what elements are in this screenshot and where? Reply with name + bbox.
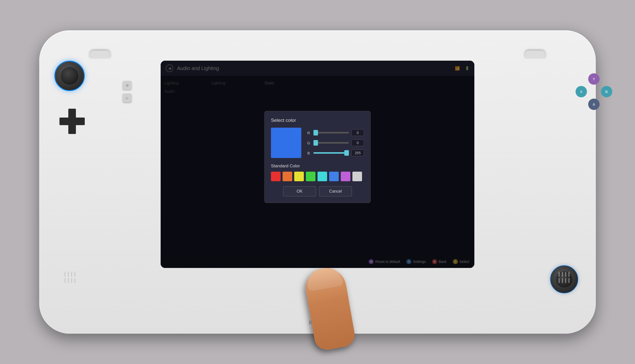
- color-swatches: [271, 172, 364, 181]
- b-value[interactable]: 255: [351, 150, 364, 156]
- dpad[interactable]: [59, 109, 85, 134]
- swatch-white[interactable]: [352, 172, 362, 181]
- dialog-title: Select color: [271, 118, 364, 123]
- speaker-left: [65, 272, 76, 283]
- sliders-area: R 0 G: [306, 128, 364, 158]
- small-btn-1[interactable]: ⊟: [123, 81, 132, 90]
- left-joystick-inner: [61, 67, 78, 85]
- swatch-red[interactable]: [271, 172, 281, 181]
- dialog-body: R 0 G: [271, 128, 364, 158]
- g-slider-thumb[interactable]: [313, 140, 318, 146]
- swatch-cyan[interactable]: [318, 172, 327, 181]
- swatch-green[interactable]: [306, 172, 315, 181]
- b-slider-track[interactable]: [313, 152, 349, 154]
- cancel-button[interactable]: Cancel: [319, 186, 352, 196]
- g-slider-track[interactable]: [313, 142, 349, 144]
- x-button[interactable]: X: [576, 86, 587, 97]
- g-value[interactable]: 0: [351, 140, 364, 146]
- r-value[interactable]: 0: [351, 129, 364, 136]
- color-preview: [271, 128, 301, 158]
- left-joystick[interactable]: [54, 61, 85, 91]
- swatch-yellow[interactable]: [294, 172, 304, 181]
- rog-logo: ROG: [309, 320, 326, 326]
- b-button[interactable]: B: [601, 86, 612, 97]
- right-bumper: [525, 51, 545, 58]
- r-slider-thumb[interactable]: [313, 130, 318, 135]
- swatch-blue[interactable]: [329, 172, 339, 181]
- a-button[interactable]: A: [588, 99, 600, 110]
- swatch-orange[interactable]: [283, 172, 292, 181]
- device-body: ⊟ ▷ Y B X A: [39, 30, 596, 334]
- r-slider-row: R 0: [306, 129, 364, 136]
- color-dialog: Select color R 0: [264, 111, 371, 203]
- finger-overlay: [303, 265, 356, 352]
- small-btn-2[interactable]: ▷: [123, 94, 132, 102]
- r-label: R: [306, 130, 311, 135]
- b-label: B: [306, 151, 311, 155]
- left-bumper: [90, 51, 110, 58]
- standard-color-title: Standard Color: [271, 164, 364, 169]
- dialog-overlay: Select color R 0: [161, 61, 474, 268]
- b-slider-thumb[interactable]: [344, 150, 349, 156]
- screen-container: ◀ Audio and Lighting 📶 🔋 Lighting Audio …: [161, 61, 474, 268]
- ok-button[interactable]: OK: [283, 186, 316, 196]
- dpad-center: [67, 117, 77, 126]
- dialog-buttons: OK Cancel: [271, 186, 364, 196]
- small-btn-group-left: ⊟ ▷: [123, 81, 132, 102]
- r-slider-track[interactable]: [313, 132, 349, 133]
- screen-content: ◀ Audio and Lighting 📶 🔋 Lighting Audio …: [161, 61, 474, 268]
- standard-color-section: Standard Color: [271, 164, 364, 181]
- speaker-right: [559, 272, 570, 283]
- g-label: G: [306, 141, 311, 145]
- y-button[interactable]: Y: [588, 73, 600, 85]
- swatch-purple[interactable]: [341, 172, 350, 181]
- g-slider-row: G 0: [306, 140, 364, 146]
- b-slider-row: B 255: [306, 150, 364, 156]
